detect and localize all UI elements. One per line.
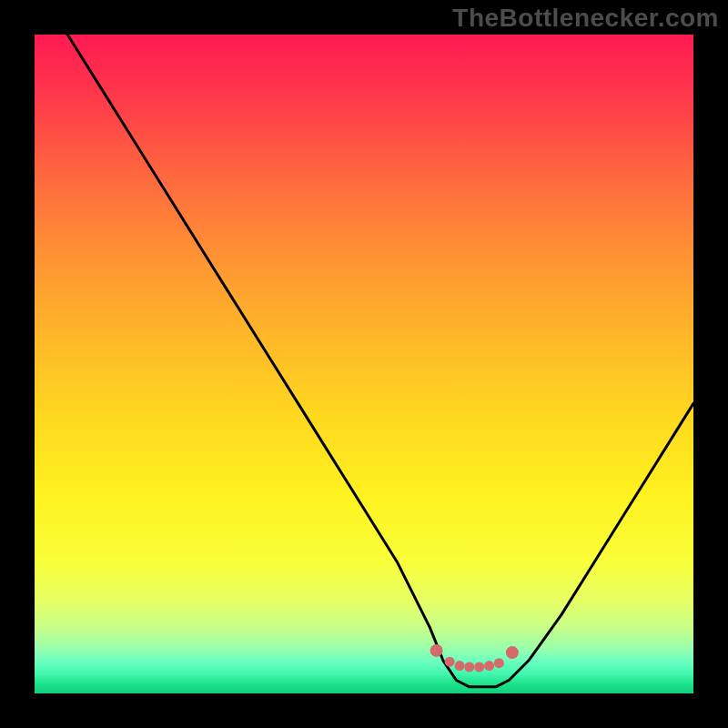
curve-layer [35, 35, 693, 693]
highlight-dot [474, 662, 484, 672]
highlight-dot [506, 646, 519, 659]
highlight-dot [445, 657, 455, 667]
watermark-text: TheBottlenecker.com [452, 4, 719, 33]
highlight-dot [430, 644, 443, 657]
plot-area [35, 35, 693, 693]
highlight-dot [484, 661, 494, 671]
chart-frame: TheBottlenecker.com [0, 0, 728, 728]
highlight-dot [494, 658, 504, 668]
bottleneck-curve [67, 35, 693, 687]
highlight-dot [455, 661, 465, 671]
highlight-dot [464, 662, 474, 672]
